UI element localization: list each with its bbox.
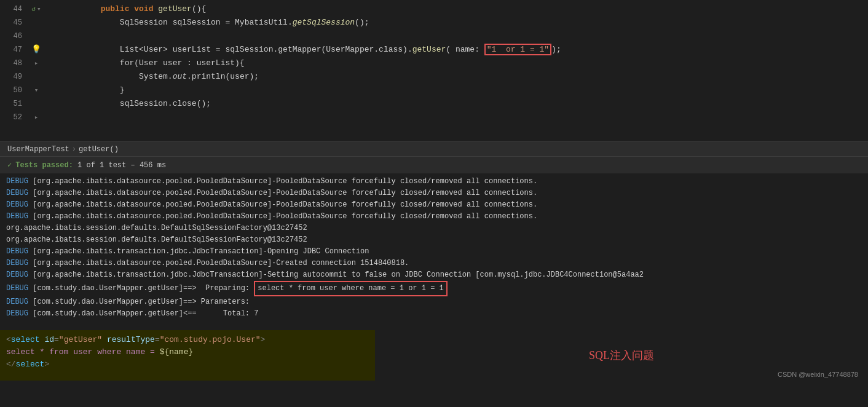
line-gutter: ▸ — [30, 57, 43, 70]
breadcrumb-separator: › — [72, 145, 76, 154]
fold-icon: ▾ — [37, 2, 41, 16]
line-content: sqlSession.close(); — [43, 84, 868, 124]
line-gutter: ▾ — [30, 84, 43, 97]
line-number: 49 — [0, 70, 30, 84]
console-line-8: DEBUG [org.apache.ibatis.datasource.pool… — [6, 258, 868, 269]
test-pass-icon: ✓ — [7, 160, 12, 170]
console-line-9: DEBUG [org.apache.ibatis.transaction.jdb… — [6, 269, 868, 281]
test-results-text: Tests passed: 1 of 1 test – 456 ms — [15, 161, 166, 170]
console-line-4: DEBUG [org.apache.ibatis.datasource.pool… — [6, 211, 868, 223]
code-line-45: 45 SqlSession sqlSession = MybatisUtil.g… — [0, 16, 868, 30]
console-line-12: DEBUG [com.study.dao.UserMapper.getUser]… — [6, 308, 868, 320]
line-number: 51 — [0, 97, 30, 111]
line-number: 45 — [0, 16, 30, 30]
line-number: 44 — [0, 2, 30, 16]
line-gutter: ▸ — [30, 111, 43, 124]
line-number: 50 — [0, 84, 30, 97]
bulb-icon: 💡 — [31, 43, 41, 57]
bottom-area: <select id="getUser" resultType="com.stu… — [0, 330, 868, 381]
console-line-3: DEBUG [org.apache.ibatis.datasource.pool… — [6, 199, 868, 211]
code-line-51: 51 sqlSession.close(); — [0, 97, 868, 111]
sql-snippet: <select id="getUser" resultType="com.stu… — [0, 330, 375, 381]
console-line-5: org.apache.ibatis.session.defaults.Defau… — [6, 223, 868, 234]
fold-end-icon: ▾ — [34, 84, 39, 97]
breadcrumb-method: getUser() — [79, 145, 119, 154]
code-lines: 44 ↺ ▾ public void getUser(){ 45 SqlSess… — [0, 0, 868, 127]
console-output: DEBUG [org.apache.ibatis.datasource.pool… — [0, 173, 868, 330]
sql-highlight-box: select * from user where name = 1 or 1 =… — [254, 281, 447, 296]
sql-line-1: <select id="getUser" resultType="com.stu… — [6, 334, 369, 346]
fold-partial-icon: ▸ — [34, 111, 39, 124]
console-line-11: DEBUG [com.study.dao.UserMapper.getUser]… — [6, 296, 868, 308]
credit-text: CSDN @weixin_47748878 — [778, 371, 858, 378]
console-line-6: org.apache.ibatis.session.defaults.Defau… — [6, 234, 868, 246]
console-line-1: DEBUG [org.apache.ibatis.datasource.pool… — [6, 176, 868, 188]
line-number: 52 — [0, 111, 30, 124]
sql-injection-label: SQL注入问题 — [589, 348, 654, 363]
sql-line-2: select * from user where name = ${name} — [6, 346, 369, 358]
line-gutter: 💡 — [30, 43, 43, 57]
breadcrumb: UserMapperTest › getUser() — [0, 141, 868, 156]
sql-line-3: </select> — [6, 358, 369, 371]
console-line-7: DEBUG [org.apache.ibatis.transaction.jdb… — [6, 246, 868, 258]
code-editor: 44 ↺ ▾ public void getUser(){ 45 SqlSess… — [0, 0, 868, 141]
line-number: 48 — [0, 57, 30, 70]
breadcrumb-class: UserMapperTest — [7, 145, 69, 154]
line-number: 46 — [0, 30, 30, 43]
fold-icon: ▸ — [34, 57, 39, 70]
console-line-2: DEBUG [org.apache.ibatis.datasource.pool… — [6, 188, 868, 199]
line-gutter: ↺ ▾ — [30, 2, 43, 16]
refresh-icon: ↺ — [31, 2, 36, 16]
test-results-bar: ✓ Tests passed: 1 of 1 test – 456 ms — [0, 156, 868, 173]
line-number: 47 — [0, 43, 30, 57]
console-line-10: DEBUG [com.study.dao.UserMapper.getUser]… — [6, 281, 868, 296]
